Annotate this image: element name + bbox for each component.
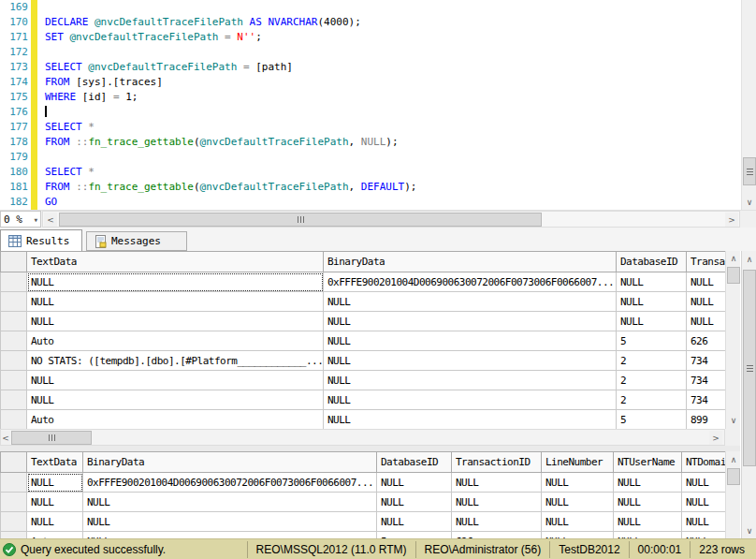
grid-cell[interactable]: 5 bbox=[617, 410, 687, 430]
scroll-up-icon[interactable]: ∧ bbox=[727, 452, 740, 466]
grid-cell[interactable]: NULL bbox=[27, 390, 324, 410]
grid-cell[interactable]: NULL bbox=[682, 532, 726, 539]
scroll-right-icon[interactable]: > bbox=[725, 213, 738, 227]
results-grid-2[interactable]: TextDataBinaryDataDatabaseIDTransactionI… bbox=[0, 451, 725, 538]
results-pane-scrollbar[interactable]: ∧ ∨ bbox=[741, 251, 756, 538]
grid-cell[interactable]: NULL bbox=[27, 493, 83, 512]
grid1-vertical-scrollbar[interactable]: ∧ ∨ bbox=[725, 251, 740, 429]
column-header[interactable]: BinaryData bbox=[83, 452, 377, 473]
grid-cell[interactable]: Auto bbox=[27, 532, 83, 539]
grid-cell[interactable]: Auto bbox=[27, 331, 324, 351]
grid-cell[interactable]: NULL bbox=[617, 312, 687, 331]
code-line[interactable]: 180SELECT * bbox=[0, 165, 740, 180]
code-line[interactable]: 170DECLARE @nvcDefaultTraceFilePath AS N… bbox=[0, 15, 740, 30]
grid-cell[interactable]: NULL bbox=[377, 493, 452, 512]
grid-cell[interactable]: NULL bbox=[614, 532, 682, 539]
code-line[interactable]: 177SELECT * bbox=[0, 120, 740, 135]
grid-cell[interactable]: NULL bbox=[617, 272, 687, 292]
editor-vertical-scrollbar[interactable]: ∨ bbox=[741, 0, 756, 210]
grid-cell[interactable]: 626 bbox=[687, 331, 726, 351]
grid-cell[interactable]: 2 bbox=[617, 371, 687, 390]
grid-cell[interactable]: Auto bbox=[27, 410, 324, 430]
grid-cell[interactable]: NULL bbox=[542, 473, 614, 493]
code-line[interactable]: 173SELECT @nvcDefaultTraceFilePath = [pa… bbox=[0, 60, 740, 75]
row-header[interactable] bbox=[1, 410, 27, 430]
grid-cell[interactable]: NULL bbox=[682, 473, 726, 493]
scroll-down-icon[interactable]: ∨ bbox=[727, 413, 740, 427]
tab-messages[interactable]: Messages bbox=[86, 231, 187, 251]
grid-cell[interactable]: NULL bbox=[542, 532, 614, 539]
row-header[interactable] bbox=[1, 351, 27, 371]
grid-cell[interactable]: NULL bbox=[542, 493, 614, 512]
scroll-down-icon[interactable]: ∨ bbox=[743, 195, 756, 210]
grid-cell[interactable]: NULL bbox=[83, 532, 377, 539]
grid-cell[interactable]: NULL bbox=[83, 493, 377, 512]
grid-cell[interactable]: NULL bbox=[27, 371, 324, 390]
code-line[interactable]: 174FROM [sys].[traces] bbox=[0, 75, 740, 90]
column-header[interactable]: DatabaseID bbox=[377, 452, 452, 473]
column-header[interactable]: DatabaseID bbox=[617, 252, 687, 272]
column-header[interactable]: NTDomain bbox=[682, 452, 726, 473]
code-line[interactable]: 179 bbox=[0, 150, 740, 165]
grid-cell[interactable]: NULL bbox=[452, 473, 542, 493]
editor-vscroll-thumb[interactable] bbox=[743, 157, 756, 185]
row-header[interactable] bbox=[1, 512, 27, 532]
selected-grid-cell[interactable]: NULL bbox=[27, 272, 324, 292]
row-header[interactable] bbox=[1, 473, 27, 493]
code-line[interactable]: 172 bbox=[0, 45, 740, 60]
editor-horizontal-scrollbar[interactable]: < > bbox=[42, 211, 740, 228]
grid-cell[interactable]: NULL bbox=[324, 331, 617, 351]
results-grid-1[interactable]: TextDataBinaryDataDatabaseIDTransactionI… bbox=[0, 251, 725, 429]
grid-cell[interactable]: 734 bbox=[687, 390, 726, 410]
row-header[interactable] bbox=[1, 371, 27, 390]
grid-cell[interactable]: 0xFFFE900201004D006900630072006F0073006F… bbox=[83, 473, 377, 493]
grid-cell[interactable]: NULL bbox=[687, 272, 726, 292]
row-header[interactable] bbox=[1, 493, 27, 512]
grid-cell[interactable]: 2 bbox=[617, 351, 687, 371]
grid-cell[interactable]: NULL bbox=[614, 493, 682, 512]
column-header[interactable]: TextData bbox=[27, 452, 83, 473]
grid-cell[interactable]: NULL bbox=[377, 512, 452, 532]
scroll-right-icon[interactable]: > bbox=[709, 431, 722, 445]
grid-cell[interactable]: NULL bbox=[324, 390, 617, 410]
grid-corner[interactable] bbox=[1, 452, 27, 473]
column-header[interactable]: TransactionID bbox=[452, 452, 542, 473]
column-header[interactable]: BinaryData bbox=[324, 252, 617, 272]
scroll-down-icon[interactable]: ∨ bbox=[743, 523, 756, 537]
grid-cell[interactable]: NULL bbox=[324, 312, 617, 331]
grid-cell[interactable]: NULL bbox=[27, 312, 324, 331]
grid-cell[interactable]: 734 bbox=[687, 351, 726, 371]
selected-grid-cell[interactable]: NULL bbox=[27, 473, 83, 493]
grid-cell[interactable]: 2 bbox=[617, 390, 687, 410]
grid-cell[interactable]: NULL bbox=[27, 512, 83, 532]
row-header[interactable] bbox=[1, 292, 27, 312]
grid-cell[interactable]: NULL bbox=[324, 292, 617, 312]
grid-cell[interactable]: 734 bbox=[687, 371, 726, 390]
grid1-horizontal-scrollbar[interactable]: < > bbox=[0, 429, 725, 446]
column-header[interactable]: NTUserName bbox=[614, 452, 682, 473]
grid1-hscroll-thumb[interactable] bbox=[11, 431, 92, 445]
grid-cell[interactable]: NULL bbox=[614, 473, 682, 493]
grid-cell[interactable]: NULL bbox=[682, 512, 726, 532]
column-header[interactable]: TransactionID bbox=[687, 252, 726, 272]
grid-cell[interactable]: 5 bbox=[617, 331, 687, 351]
code-line[interactable]: 169 bbox=[0, 0, 740, 15]
scroll-left-icon[interactable]: < bbox=[1, 431, 10, 445]
code-line[interactable]: 178FROM ::fn_trace_gettable(@nvcDefaultT… bbox=[0, 135, 740, 150]
grid-cell[interactable]: 0xFFFE900201004D006900630072006F0073006F… bbox=[324, 272, 617, 292]
pane-scroll-thumb[interactable] bbox=[743, 270, 756, 466]
code-line[interactable]: 182GO bbox=[0, 195, 740, 210]
grid-cell[interactable]: NULL bbox=[83, 512, 377, 532]
code-line[interactable]: 175WHERE [id] = 1; bbox=[0, 90, 740, 105]
code-line[interactable]: 176 bbox=[0, 105, 740, 120]
grid-cell[interactable]: NULL bbox=[377, 473, 452, 493]
row-header[interactable] bbox=[1, 390, 27, 410]
grid-cell[interactable]: NULL bbox=[452, 493, 542, 512]
grid-corner[interactable] bbox=[1, 252, 27, 272]
grid-cell[interactable]: NULL bbox=[687, 312, 726, 331]
grid-cell[interactable]: NULL bbox=[617, 292, 687, 312]
scroll-up-icon[interactable]: ∧ bbox=[727, 251, 740, 265]
editor-hscroll-thumb[interactable] bbox=[59, 213, 542, 227]
dropdown-caret-icon[interactable]: ▼ bbox=[34, 216, 37, 223]
grid-cell[interactable]: 626 bbox=[452, 532, 542, 539]
